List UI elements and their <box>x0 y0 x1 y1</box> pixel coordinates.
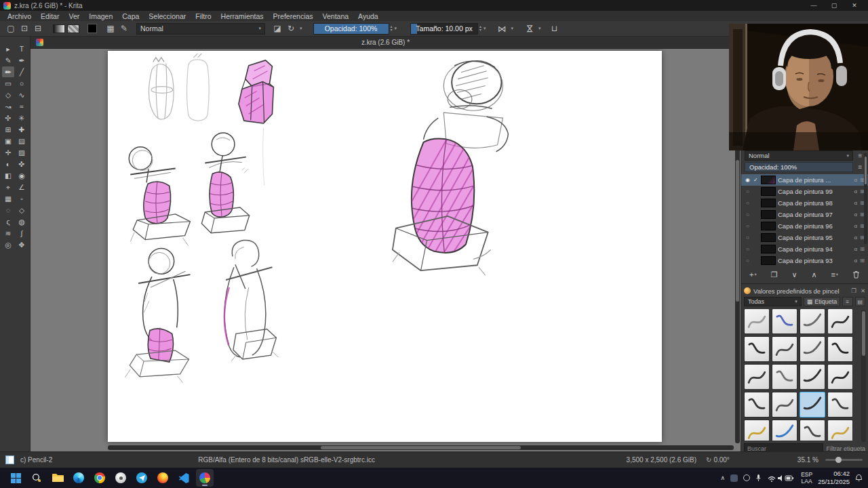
canvas-rotation[interactable]: ↻ 0.00° <box>706 456 730 464</box>
brush-preset[interactable] <box>772 392 797 418</box>
close-docker-icon[interactable]: ✕ <box>861 287 865 294</box>
mirror-horizontal-icon[interactable]: ⋈ <box>496 22 509 35</box>
visibility-icon[interactable]: ○ <box>744 246 751 252</box>
pattern-swatch[interactable] <box>67 24 79 33</box>
tray-expand-chevron-icon[interactable]: ∧ <box>721 474 726 481</box>
fill-tool[interactable]: ◧ <box>2 170 14 181</box>
menu-item[interactable]: Seleccionar <box>144 12 191 20</box>
visibility-icon[interactable]: ○ <box>744 211 751 218</box>
zoom-slider-knob[interactable] <box>835 457 842 463</box>
text-tool[interactable]: T <box>16 43 28 54</box>
chat-app-button[interactable] <box>133 469 151 487</box>
chevron-down-icon[interactable]: ▾ <box>395 26 397 31</box>
pattern-tool[interactable]: ▨ <box>16 147 28 158</box>
brush-preset[interactable] <box>744 392 770 418</box>
layer-row[interactable]: ○ Capa de pintura 95 α ⊞ <box>741 232 868 243</box>
menu-item[interactable]: Preferencias <box>269 12 318 20</box>
brush-preset[interactable] <box>827 364 853 390</box>
chevron-down-icon[interactable]: ▾ <box>538 26 541 31</box>
list-view-icon[interactable]: ≡ <box>842 297 852 306</box>
bezier-curve-tool[interactable]: ↝ <box>2 101 14 112</box>
menu-item[interactable]: Capa <box>117 12 144 20</box>
move-layer-up-button[interactable]: ∧ <box>811 271 816 279</box>
freehand-brush-tool[interactable]: ✏ <box>2 66 14 77</box>
add-layer-button[interactable]: +▾ <box>749 271 757 279</box>
layer-row[interactable]: ○ Capa de pintura 99 α ⊞ <box>741 186 868 197</box>
rect-select-tool[interactable]: ▫ <box>16 193 28 204</box>
freehand-path-tool[interactable]: ≈ <box>16 101 28 112</box>
brush-preset[interactable] <box>800 392 825 418</box>
freehand-select-tool[interactable]: ς <box>2 216 14 227</box>
brush-size-slider[interactable]: Tamaño: 10.00 px <box>410 23 478 35</box>
start-button[interactable] <box>7 469 24 487</box>
language-indicator[interactable]: ESP LAA <box>801 471 812 485</box>
chevron-down-icon[interactable]: ▾ <box>484 26 486 31</box>
dynamic-brush-tool[interactable]: ✣ <box>2 113 14 123</box>
layer-opacity-slider[interactable]: Opacidad: 100% <box>745 162 853 172</box>
layer-properties-button[interactable]: ≡▾ <box>831 271 838 279</box>
ellipse-tool[interactable]: ○ <box>16 78 28 89</box>
edge-browser-button[interactable] <box>70 469 87 487</box>
brush-preset[interactable] <box>772 308 797 334</box>
microphone-tray-icon[interactable] <box>755 474 762 482</box>
workspace-chooser-icon[interactable]: ▦ <box>104 22 117 35</box>
menu-item[interactable]: Ver <box>64 12 84 20</box>
bezier-select-tool[interactable]: ∫ <box>16 228 28 239</box>
opacity-slider[interactable]: Opacidad: 100% <box>313 23 389 35</box>
visibility-icon[interactable]: ○ <box>744 258 751 264</box>
layer-row[interactable]: ○ Capa de pintura 94 α ⊞ <box>741 243 868 255</box>
taskbar-search-button[interactable] <box>28 469 45 487</box>
tag-button[interactable]: ▦ Etiqueta <box>804 297 841 306</box>
visibility-icon[interactable]: ○ <box>744 200 751 206</box>
vscode-button[interactable] <box>175 469 193 487</box>
save-document-icon[interactable]: ⊟ <box>31 22 45 35</box>
brush-preset[interactable] <box>800 364 825 390</box>
menu-item[interactable]: Herramientas <box>216 12 269 20</box>
eraser-mode-icon[interactable]: ◪ <box>271 22 284 35</box>
zoom-slider[interactable] <box>825 459 863 461</box>
menu-item[interactable]: Editar <box>36 12 64 20</box>
canvas-area[interactable] <box>31 49 741 451</box>
edit-shapes-tool[interactable]: ✎ <box>2 55 14 66</box>
layer-row[interactable]: ○ Capa de pintura 96 α ⊞ <box>741 220 868 232</box>
brush-preset[interactable] <box>827 336 853 362</box>
menu-item[interactable]: Filtro <box>191 12 216 20</box>
assistants-tool[interactable]: ⌖ <box>2 182 14 192</box>
minimize-button[interactable]: — <box>804 2 824 9</box>
horizontal-scrollbar[interactable] <box>108 445 734 450</box>
brush-preset[interactable] <box>800 420 825 441</box>
brush-editor-icon[interactable]: ✎ <box>117 22 131 35</box>
close-button[interactable]: ✕ <box>844 2 865 9</box>
visibility-icon[interactable]: ◉ <box>744 177 751 183</box>
crop-tool[interactable]: ▣ <box>2 136 14 146</box>
network-volume-battery-icons[interactable] <box>767 474 795 483</box>
layer-row[interactable]: ○ Capa de pintura 98 α ⊞ <box>741 197 868 209</box>
size-spinner[interactable]: ▴▾ <box>479 25 481 32</box>
brush-preset[interactable] <box>744 420 770 441</box>
tray-app-icon[interactable] <box>730 474 738 482</box>
display-mode-icon[interactable]: ▤ <box>855 297 865 306</box>
brush-preset[interactable] <box>800 336 825 362</box>
calligraphy-tool[interactable]: ✒ <box>16 55 28 66</box>
float-docker-icon[interactable]: ❐ <box>851 287 856 294</box>
firefox-browser-button[interactable] <box>154 469 172 487</box>
menu-item[interactable]: Ventana <box>318 12 354 20</box>
brush-preset[interactable] <box>800 308 825 334</box>
menu-item[interactable]: Imagen <box>84 12 117 20</box>
colorize-mask-tool[interactable]: ◐ <box>2 159 14 169</box>
visibility-icon[interactable]: ○ <box>744 188 751 195</box>
ellipse-select-tool[interactable]: ◌ <box>2 205 14 216</box>
polygon-tool[interactable]: ◇ <box>2 89 14 100</box>
polygon-select-tool[interactable]: ◇ <box>16 205 28 216</box>
visibility-icon[interactable]: ○ <box>744 235 751 241</box>
krita-taskbar-button[interactable] <box>196 469 214 487</box>
brush-preset[interactable] <box>772 420 797 441</box>
rectangle-tool[interactable]: ▭ <box>2 78 14 89</box>
scrollbar-handle[interactable] <box>321 446 521 449</box>
filter-tag-label[interactable]: Filtrar etiqueta <box>826 445 865 452</box>
recorder-app-button[interactable] <box>112 469 130 487</box>
line-tool[interactable]: ╱ <box>16 66 28 77</box>
brush-tag-dropdown[interactable]: Todas ▾ <box>744 297 802 306</box>
notification-bell-icon[interactable] <box>855 474 863 482</box>
brush-preset[interactable] <box>827 420 853 441</box>
